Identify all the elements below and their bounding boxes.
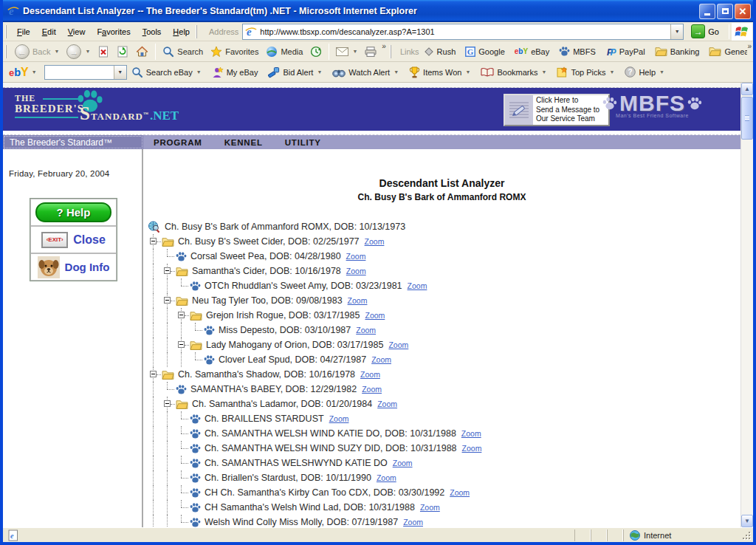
stop-button[interactable]	[94, 44, 113, 59]
tree-expander[interactable]	[178, 312, 185, 318]
search-button[interactable]: Search	[159, 44, 207, 59]
menu-favorites[interactable]: Favorites	[91, 25, 136, 38]
tree-expander[interactable]	[178, 341, 185, 348]
zoom-link[interactable]: Zoom	[365, 237, 385, 246]
ebay-top-picks[interactable]: Top Picks▼	[557, 66, 614, 78]
tree-expander[interactable]	[164, 400, 171, 407]
zoom-link[interactable]: Zoom	[346, 252, 366, 261]
chevron-down-icon[interactable]: ▼	[465, 69, 470, 75]
minimize-button[interactable]	[699, 4, 715, 19]
links-overflow-chevron[interactable]: »	[747, 42, 752, 50]
forward-button[interactable]: →▼	[63, 43, 94, 61]
zoom-link[interactable]: Zoom	[371, 355, 391, 364]
address-input[interactable]	[260, 27, 670, 36]
nav-item-utility[interactable]: UTILITY	[285, 138, 321, 147]
link-google[interactable]: GGoogle	[465, 47, 504, 57]
chevron-down-icon[interactable]: ▼	[609, 69, 614, 75]
scrollbar-thumb[interactable]	[741, 97, 753, 140]
scroll-up-button[interactable]: ▲	[741, 83, 753, 95]
chevron-down-icon[interactable]: ▼	[394, 69, 399, 75]
zoom-link[interactable]: Zoom	[420, 503, 440, 512]
help-button[interactable]: ? Help	[30, 199, 117, 226]
tree-expander[interactable]	[150, 371, 157, 377]
toolbar-overflow-chevron[interactable]: »	[382, 42, 386, 50]
zoom-link[interactable]: Zoom	[408, 281, 427, 290]
nav-item-kennel[interactable]: KENNEL	[224, 138, 263, 147]
link-ebay[interactable]: ebYeBay	[515, 47, 549, 56]
favorites-button[interactable]: Favorites	[207, 44, 262, 59]
service-message-button[interactable]: Click Here to Send a Message to Our Serv…	[504, 94, 610, 126]
toolbar-grip[interactable]	[5, 25, 9, 38]
home-button[interactable]	[132, 44, 152, 58]
zoom-link[interactable]: Zoom	[360, 370, 380, 379]
address-bar[interactable]: e ▼	[242, 24, 684, 40]
zoom-link[interactable]: Zoom	[346, 267, 366, 275]
chevron-down-icon[interactable]: ▼	[659, 69, 664, 75]
link-paypal[interactable]: PPPayPal	[605, 47, 645, 57]
zoom-link[interactable]: Zoom	[377, 400, 397, 408]
zoom-link[interactable]: Zoom	[329, 414, 349, 423]
ebay-my-ebay[interactable]: My eBay	[212, 66, 258, 78]
scroll-down-button[interactable]: ▼	[741, 515, 753, 527]
zoom-link[interactable]: Zoom	[450, 488, 470, 497]
zoom-link[interactable]: Zoom	[462, 444, 482, 453]
toolbar-grip[interactable]	[5, 45, 9, 58]
zoom-link[interactable]: Zoom	[377, 473, 396, 482]
toolbar-grip[interactable]	[390, 45, 394, 58]
link-mbfs[interactable]: MBFS	[559, 46, 596, 57]
tree-expander[interactable]	[164, 297, 171, 304]
zoom-link[interactable]: Zoom	[356, 326, 376, 335]
refresh-button[interactable]	[113, 44, 132, 59]
ebay-logo[interactable]: ebY	[9, 66, 29, 79]
ebay-items-won[interactable]: Items Won▼	[409, 66, 470, 78]
close-button[interactable]: ✕	[735, 4, 751, 19]
mail-button[interactable]: ▼	[332, 46, 361, 58]
ebay-bid-alert[interactable]: Bid Alert▼	[268, 66, 322, 78]
vertical-scrollbar[interactable]: ▲ ▼	[740, 83, 753, 527]
zoom-link[interactable]: Zoom	[348, 296, 368, 305]
doginfo-button[interactable]: Dog Info	[30, 253, 117, 281]
media-button[interactable]: Media	[262, 44, 306, 59]
chevron-down-icon[interactable]: ▼	[317, 69, 322, 75]
chevron-down-icon[interactable]: ▼	[541, 69, 546, 75]
ebay-search-ebay[interactable]: Search eBay▼	[131, 66, 202, 78]
zoom-link[interactable]: Zoom	[365, 311, 385, 320]
ebay-search-combobox[interactable]: ▼	[44, 65, 127, 80]
zoom-link[interactable]: Zoom	[362, 385, 382, 394]
ebay-watch-alert[interactable]: Watch Alert▼	[332, 67, 399, 78]
maximize-button[interactable]	[717, 4, 733, 19]
back-button[interactable]: ←Back▼	[11, 43, 63, 61]
menu-help[interactable]: Help	[167, 25, 196, 38]
print-button[interactable]	[361, 45, 380, 58]
link-banking[interactable]: Banking	[655, 47, 700, 56]
address-dropdown-button[interactable]: ▼	[670, 24, 683, 39]
menu-file[interactable]: File	[11, 25, 36, 38]
chevron-down-icon[interactable]: ▼	[85, 49, 90, 54]
chevron-down-icon[interactable]: ▼	[32, 69, 37, 75]
tree-expander[interactable]	[150, 238, 157, 244]
toolbar-grip[interactable]	[196, 25, 199, 38]
zoom-link[interactable]: Zoom	[393, 459, 413, 467]
zoom-link[interactable]: Zoom	[388, 340, 408, 349]
mbfs-logo[interactable]: MBFS Man's Best Friend Software	[602, 92, 702, 118]
nav-item-program[interactable]: PROGRAM	[154, 138, 202, 147]
tree-expander[interactable]	[164, 267, 171, 274]
zoom-link[interactable]: Zoom	[403, 518, 423, 527]
ebay-bookmarks[interactable]: Bookmarks▼	[481, 67, 546, 77]
zoom-link[interactable]: Zoom	[461, 429, 481, 438]
link-genealogy[interactable]: Genealogy	[709, 47, 747, 56]
chevron-down-icon[interactable]: ▼	[54, 49, 59, 54]
ebay-help[interactable]: ?Help▼	[625, 66, 664, 78]
resize-grip[interactable]	[741, 530, 752, 541]
go-button[interactable]: → Go	[688, 23, 722, 40]
history-button[interactable]	[306, 44, 326, 59]
menu-edit[interactable]: Edit	[36, 25, 62, 38]
link-rush[interactable]: Rush	[424, 47, 456, 57]
ebay-search-input[interactable]	[45, 66, 114, 79]
ebay-search-dropdown-button[interactable]: ▼	[114, 66, 126, 79]
chevron-down-icon[interactable]: ▼	[352, 49, 357, 54]
menu-tools[interactable]: Tools	[137, 25, 168, 38]
close-button[interactable]: ‹EXIT›Close	[30, 226, 117, 253]
chevron-down-icon[interactable]: ▼	[196, 69, 202, 75]
menu-view[interactable]: View	[62, 25, 92, 38]
